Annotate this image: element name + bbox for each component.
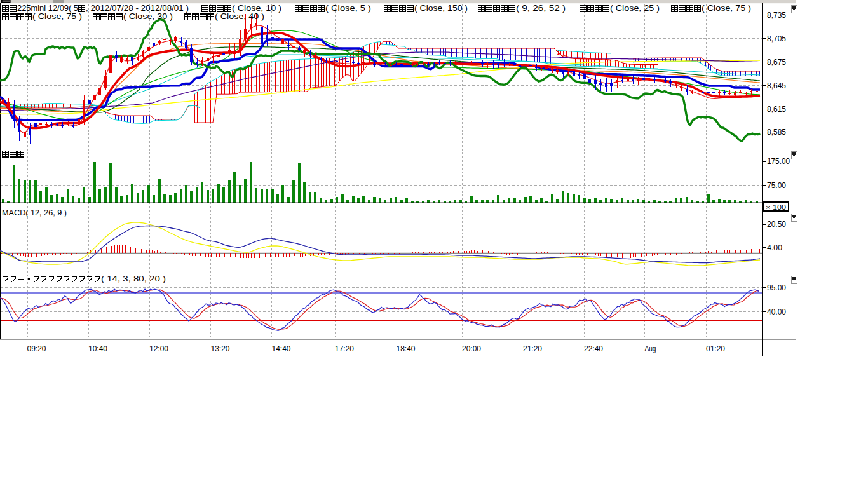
svg-text:8,585: 8,585 — [767, 128, 786, 137]
svg-text:14:40: 14:40 — [272, 344, 291, 353]
svg-text:20.50: 20.50 — [767, 220, 786, 229]
svg-text:8,645: 8,645 — [767, 81, 786, 90]
svg-text:8,615: 8,615 — [767, 105, 786, 114]
svg-text:( Close, 40 ): ( Close, 40 ) — [215, 12, 264, 21]
svg-text:21:20: 21:20 — [523, 344, 542, 353]
svg-text:18:40: 18:40 — [397, 344, 416, 353]
svg-text:225mini 12/09( 5: 225mini 12/09( 5 — [17, 4, 78, 13]
svg-text:( Close, 30 ): ( Close, 30 ) — [123, 12, 173, 21]
svg-text:( Close, 150 ): ( Close, 150 ) — [414, 4, 468, 13]
svg-text:( 14, 3, 80, 20 ): ( 14, 3, 80, 20 ) — [101, 274, 166, 283]
svg-text:10:40: 10:40 — [88, 344, 107, 353]
svg-text:Aug: Aug — [645, 344, 656, 353]
svg-text:( Close, 75 ): ( Close, 75 ) — [32, 12, 82, 21]
svg-text:175.00: 175.00 — [767, 157, 790, 166]
svg-text:, 2012/07/28 - 2012/08/01 ): , 2012/07/28 - 2012/08/01 ) — [86, 4, 189, 13]
svg-text:MACD( 12, 26, 9 ): MACD( 12, 26, 9 ) — [2, 208, 67, 217]
svg-text:8,705: 8,705 — [767, 34, 786, 43]
svg-text:4.00: 4.00 — [767, 243, 782, 252]
svg-text:( 9, 26, 52 ): ( 9, 26, 52 ) — [516, 4, 566, 13]
svg-text:20:00: 20:00 — [462, 344, 481, 353]
svg-text:( Close, 10 ): ( Close, 10 ) — [232, 4, 281, 13]
svg-text:09:20: 09:20 — [27, 344, 46, 353]
svg-text:( Close, 25 ): ( Close, 25 ) — [610, 4, 660, 13]
svg-text:95.00: 95.00 — [767, 283, 786, 292]
svg-text:8,675: 8,675 — [767, 58, 786, 67]
svg-text:× 100: × 100 — [766, 203, 786, 211]
svg-text:17:20: 17:20 — [335, 344, 354, 353]
svg-text:40.00: 40.00 — [767, 308, 786, 316]
svg-text:22:40: 22:40 — [584, 344, 603, 353]
svg-text:8,735: 8,735 — [767, 11, 786, 20]
svg-text:( Close, 5 ): ( Close, 5 ) — [325, 4, 371, 13]
svg-text:01:20: 01:20 — [706, 344, 725, 353]
svg-text:( Close, 75 ): ( Close, 75 ) — [702, 4, 751, 13]
svg-text:75.00: 75.00 — [767, 181, 786, 190]
svg-text:12:00: 12:00 — [149, 344, 168, 353]
svg-text:13:20: 13:20 — [211, 344, 230, 353]
